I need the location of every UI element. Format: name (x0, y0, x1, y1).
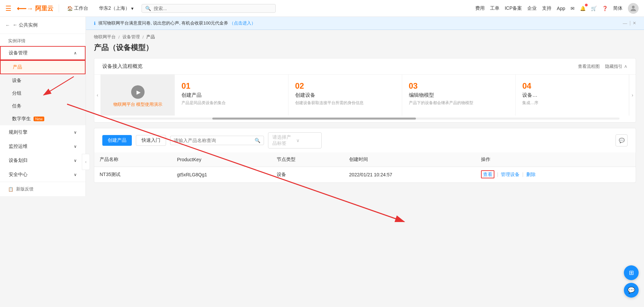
action-manage-devices-btn[interactable]: 管理设备 (501, 172, 520, 177)
banner-close-btn[interactable]: × (633, 20, 636, 26)
sidebar-collapse-btn[interactable]: ‹ (82, 154, 90, 170)
sidebar-item-digital-twin[interactable]: 数字孪生 New (0, 113, 86, 125)
nav-icp[interactable]: ICP备案 (505, 5, 522, 11)
action-sep-2: | (522, 172, 524, 177)
scroll-right-btn[interactable]: › (629, 75, 636, 116)
grid-icon: ⊞ (629, 269, 634, 276)
sidebar: ← ← 公共实例 实例详情 设备管理 ∧ 产品 设备 分组 任务 (0, 17, 86, 196)
breadcrumb-current: 产品 (146, 34, 155, 40)
sidebar-item-task[interactable]: 任务 (0, 100, 86, 113)
region-select[interactable]: 华东2（上海） ▾ (96, 5, 136, 11)
nav-help-icon[interactable]: ❓ (602, 6, 608, 11)
action-view-btn[interactable]: 查看 (481, 170, 494, 178)
nav-ticket[interactable]: 工单 (490, 5, 499, 11)
security-center-collapse-icon: ∨ (74, 172, 77, 177)
feedback-icon: 📋 (8, 187, 13, 192)
step-4-desc: 集成…序 (522, 100, 622, 106)
breadcrumb-device-management[interactable]: 设备管理 (122, 34, 140, 40)
scrollbar-track (110, 118, 620, 120)
hide-guide-btn[interactable]: 隐藏指引 ∧ (605, 63, 628, 70)
sidebar-security-center[interactable]: 安全中心 ∨ (0, 168, 86, 182)
product-search-input[interactable] (174, 138, 252, 143)
region-label: 华东2（上海） (99, 5, 130, 11)
step-3-num: 03 (409, 81, 509, 91)
sidebar-rule-engine[interactable]: 规则引擎 ∨ (0, 125, 86, 139)
banner-link[interactable]: （点击进入） (229, 20, 256, 26)
scroll-left-icon: ‹ (97, 92, 98, 98)
sidebar-device-management[interactable]: 设备管理 ∧ (0, 46, 86, 60)
nav-app[interactable]: App (557, 6, 565, 11)
step-2: 02 创建设备 创建设备获取连接平台所需的身份信息 (288, 75, 402, 116)
home-label: 工作台 (74, 5, 88, 11)
sidebar-item-group[interactable]: 分组 (0, 87, 86, 100)
overview-title: 设备接入流程概览 (102, 63, 143, 70)
step-2-num: 02 (295, 81, 395, 91)
step-3-title: 编辑物模型 (409, 92, 509, 98)
main-content: ℹ 填写物联网平台满意度问卷, 说出您的心声, 有机会收获100元代金券 （点击… (86, 17, 644, 307)
col-product-key: ProductKey (172, 152, 272, 167)
nav-home[interactable]: 🏠 工作台 (64, 5, 91, 11)
digital-twin-label: 数字孪生 (12, 116, 31, 122)
nav-message-icon[interactable]: ✉ (571, 6, 575, 11)
table-row: NT35测试 gt5xRLG8Qg1 设备 2022/01/21 10:24:5… (94, 167, 636, 183)
create-product-button[interactable]: 创建产品 (102, 135, 132, 146)
instance-detail-label: 实例详情 (8, 38, 25, 43)
nav-fee[interactable]: 费用 (475, 5, 485, 11)
search-icon: 🔍 (255, 138, 260, 143)
device-management-collapse-icon: ∧ (74, 51, 77, 55)
nav-support[interactable]: 支持 (542, 5, 551, 11)
security-center-label: 安全中心 (9, 172, 28, 178)
rule-engine-label: 规则引擎 (9, 129, 28, 135)
page-title: 产品（设备模型） (94, 43, 636, 53)
view-flowchart-btn[interactable]: 查看流程图 (578, 63, 600, 70)
floating-chat-btn[interactable]: 💬 (624, 283, 639, 298)
sidebar-feedback[interactable]: 📋 新版反馈 (0, 182, 86, 196)
scrollbar-thumb[interactable] (212, 118, 416, 120)
back-icon: ← (5, 23, 10, 28)
col-node-type: 节点类型 (271, 152, 344, 167)
tag-select-placeholder: 请选择产品标签 (272, 134, 293, 146)
feedback-button[interactable]: 💬 (615, 134, 628, 146)
global-search-input[interactable] (154, 6, 272, 11)
col-created-at: 创建时间 (344, 152, 476, 167)
nav-bell-icon[interactable]: 🔔 (580, 6, 586, 11)
monitor-ops-label: 监控运维 (9, 143, 28, 149)
breadcrumb-iot[interactable]: 物联网平台 (94, 34, 116, 40)
nav-enterprise[interactable]: 企业 (527, 5, 537, 11)
action-delete-btn[interactable]: 删除 (526, 172, 536, 177)
overview-scrollbar-area (94, 116, 636, 122)
video-text: 物联网平台 模型使用演示 (113, 101, 163, 107)
overview-body: ‹ ▶ 物联网平台 模型使用演示 01 创建产品 产品是同品类设备的集合 (94, 75, 636, 116)
nav-divider-1 (59, 4, 59, 12)
sidebar-back[interactable]: ← ← 公共实例 (0, 17, 86, 34)
cell-product-name: NT35测试 (94, 167, 172, 183)
nav-language[interactable]: 简体 (613, 5, 623, 11)
sidebar-item-device[interactable]: 设备 (0, 74, 86, 87)
play-btn[interactable]: ▶ (131, 85, 145, 99)
scroll-left-btn[interactable]: ‹ (94, 75, 101, 116)
sidebar-item-product[interactable]: 产品 (0, 60, 86, 74)
nav-right: 费用 工单 ICP备案 企业 支持 App ✉ 🔔 🛒 ❓ 简体 (475, 3, 639, 14)
nav-cart-icon[interactable]: 🛒 (591, 6, 597, 11)
floating-grid-btn[interactable]: ⊞ (624, 265, 639, 280)
tag-select-chevron: ∨ (296, 138, 317, 143)
step-1-desc: 产品是同品类设备的集合 (181, 100, 281, 106)
sidebar-monitor-ops[interactable]: 监控运维 ∨ (0, 139, 86, 154)
sidebar-collapse-icon: ‹ (85, 160, 87, 164)
step-4: 04 设备… 集成…序 (516, 75, 629, 116)
sidebar-instance-detail[interactable]: 实例详情 (0, 34, 86, 46)
quick-entry-button[interactable]: 快速入门 (136, 135, 166, 146)
feedback-chat-icon: 💬 (619, 138, 625, 143)
sidebar-device-assign[interactable]: 设备划归 ∨ (0, 154, 86, 168)
products-table: 产品名称 ProductKey 节点类型 创建时间 操作 NT35测试 gt5x… (94, 152, 636, 182)
step-1: 01 创建产品 产品是同品类设备的集合 (175, 75, 288, 116)
svg-point-0 (632, 6, 635, 8)
overview-video[interactable]: ▶ 物联网平台 模型使用演示 (101, 75, 175, 116)
notification-badge (585, 4, 588, 6)
step-3: 03 编辑物模型 产品下的设备都会继承产品的物模型 (402, 75, 516, 116)
menu-icon[interactable]: ☰ (5, 4, 11, 12)
tag-select[interactable]: 请选择产品标签 ∨ (268, 132, 322, 148)
chevron-down-icon: ▾ (131, 6, 133, 11)
user-avatar[interactable] (628, 3, 639, 14)
banner-minimize-btn[interactable]: — (623, 21, 627, 26)
